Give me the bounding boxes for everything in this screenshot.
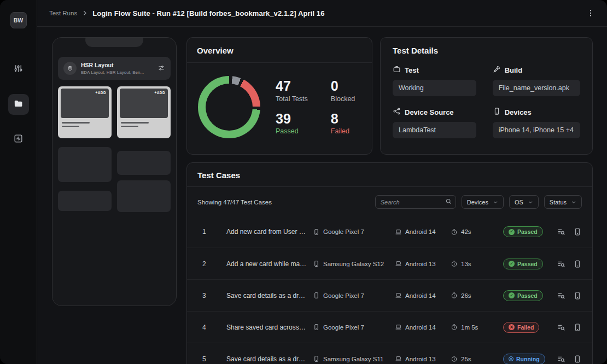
topbar: Test Runs Login Flow Suite - Run #12 [Bu… xyxy=(37,0,607,27)
overview-stats: 47 Total Tests 0 Blocked 39 Passed xyxy=(276,79,355,135)
device-view-button[interactable] xyxy=(573,323,582,332)
hub-icon xyxy=(393,107,401,117)
row-number: 4 xyxy=(202,324,226,331)
duration: 1m 5s xyxy=(461,324,478,331)
phone-preview-panel: HSR Layout BDA Layout, HSR Layout, Ben..… xyxy=(52,37,177,306)
test-case-row[interactable]: 1 Add new card from User d... Google Pix… xyxy=(187,216,592,248)
view-logs-button[interactable] xyxy=(557,323,565,332)
status-label: Passed xyxy=(517,292,538,299)
test-case-row[interactable]: 5 Save card details as a draf... Samsung… xyxy=(187,343,592,364)
sidebar: BW xyxy=(0,0,37,364)
breadcrumb-root[interactable]: Test Runs xyxy=(49,10,77,16)
devices-filter-dropdown[interactable]: Devices xyxy=(462,195,504,209)
location-card: HSR Layout BDA Layout, HSR Layout, Ben..… xyxy=(58,57,171,80)
sidebar-item-projects[interactable] xyxy=(8,94,29,115)
status-badge: Failed xyxy=(503,322,539,333)
row-number: 3 xyxy=(202,292,226,300)
test-name: Add a new card while mak... xyxy=(226,260,313,268)
location-subtitle: BDA Layout, HSR Layout, Ben... xyxy=(81,70,153,75)
smartphone-icon xyxy=(573,355,582,363)
smartphone-icon xyxy=(313,228,320,236)
os-name: Android 14 xyxy=(405,292,436,299)
overview-header: Overview xyxy=(187,38,372,63)
search-list-icon xyxy=(557,323,565,332)
showing-count: Showing 47/47 Test Cases xyxy=(197,199,272,206)
test-case-row[interactable]: 4 Share saved card across a... Google Pi… xyxy=(187,311,592,343)
chevron-right-icon xyxy=(81,9,89,17)
status-filter-dropdown[interactable]: Status xyxy=(544,195,582,209)
overview-body: 47 Total Tests 0 Blocked 39 Passed xyxy=(187,63,372,154)
status-icon xyxy=(509,261,515,267)
field-device-source: Device Source LambdaTest xyxy=(393,107,476,138)
os-icon xyxy=(395,260,402,267)
smartphone-icon xyxy=(573,260,582,268)
device-view-button[interactable] xyxy=(573,260,582,268)
stat-failed: 8 Failed xyxy=(331,111,355,136)
test-case-row[interactable]: 2 Add a new card while mak... Samsung Ga… xyxy=(187,248,592,279)
location-pin-icon xyxy=(63,62,77,75)
kebab-icon xyxy=(586,9,595,17)
view-logs-button[interactable] xyxy=(557,355,565,363)
build-value: File_name_version.apk xyxy=(493,80,580,96)
search-list-icon xyxy=(557,260,565,268)
clock-icon xyxy=(451,324,458,331)
screen-thumbnail: +ADD xyxy=(58,86,112,138)
duration: 42s xyxy=(461,228,471,235)
test-cases-title: Test Cases xyxy=(197,171,582,180)
status-label: Running xyxy=(516,356,540,362)
sliders-horizontal-icon xyxy=(157,64,165,72)
smartphone-icon xyxy=(573,323,582,332)
stat-passed: 39 Passed xyxy=(276,111,308,136)
device-view-button[interactable] xyxy=(573,291,582,300)
text-placeholder xyxy=(121,126,138,127)
summary-row: Overview 47 Total Tests 0 xyxy=(186,37,593,155)
os-name: Android 14 xyxy=(405,324,436,331)
status-icon xyxy=(509,356,513,361)
view-logs-button[interactable] xyxy=(557,291,565,300)
device-name: Google Pixel 7 xyxy=(323,292,364,299)
add-badge: +ADD xyxy=(155,91,165,95)
overview-card: Overview 47 Total Tests 0 xyxy=(186,37,372,155)
thumbnail-row: +ADD +ADD xyxy=(58,86,171,138)
view-logs-button[interactable] xyxy=(557,260,565,268)
os-name: Android 13 xyxy=(405,356,436,362)
test-details-card: Test Details Test Working xyxy=(380,37,593,155)
folder-icon xyxy=(13,98,24,110)
device-view-button[interactable] xyxy=(573,355,582,363)
smartphone-icon xyxy=(313,292,320,299)
status-icon xyxy=(509,292,515,298)
device-view-button[interactable] xyxy=(573,227,582,236)
thumbnail-image: +ADD xyxy=(120,89,168,118)
app-window: BW Test Runs Login Flow Suite - Run #12 … xyxy=(0,0,607,364)
test-details-grid: Test Working Build File_name_version.apk xyxy=(393,65,580,138)
screen-thumbnail: +ADD xyxy=(117,86,171,138)
status-label: Failed xyxy=(517,324,534,331)
placeholder-column xyxy=(117,151,171,212)
duration: 13s xyxy=(461,261,471,267)
status-icon xyxy=(509,324,515,330)
test-details-title: Test Details xyxy=(393,46,580,55)
os-icon xyxy=(395,355,402,362)
device-name: Google Pixel 7 xyxy=(323,324,364,331)
status-icon xyxy=(509,229,515,235)
view-logs-button[interactable] xyxy=(557,227,565,236)
sidebar-item-activity[interactable] xyxy=(8,129,29,150)
briefcase-icon xyxy=(393,65,401,75)
content-placeholder xyxy=(58,147,112,182)
thumbnail-image: +ADD xyxy=(61,89,109,118)
page-title: Login Flow Suite - Run #12 [Build forbes… xyxy=(92,9,324,17)
activity-icon xyxy=(13,133,24,145)
search-input[interactable] xyxy=(375,195,456,209)
test-cases-card: Test Cases Showing 47/47 Test Cases Devi… xyxy=(186,162,593,364)
os-filter-dropdown[interactable]: OS xyxy=(509,195,539,209)
content-placeholder xyxy=(117,180,171,212)
content: HSR Layout BDA Layout, HSR Layout, Ben..… xyxy=(37,27,607,364)
phone-notch xyxy=(85,37,143,47)
content-placeholder xyxy=(117,151,171,175)
sidebar-item-filters[interactable] xyxy=(8,59,29,80)
text-placeholder xyxy=(62,122,90,124)
kebab-menu-button[interactable] xyxy=(586,9,595,17)
content-placeholder xyxy=(58,191,112,211)
app-logo[interactable]: BW xyxy=(10,12,27,28)
test-case-row[interactable]: 3 Save card details as a draf... Google … xyxy=(187,279,592,311)
